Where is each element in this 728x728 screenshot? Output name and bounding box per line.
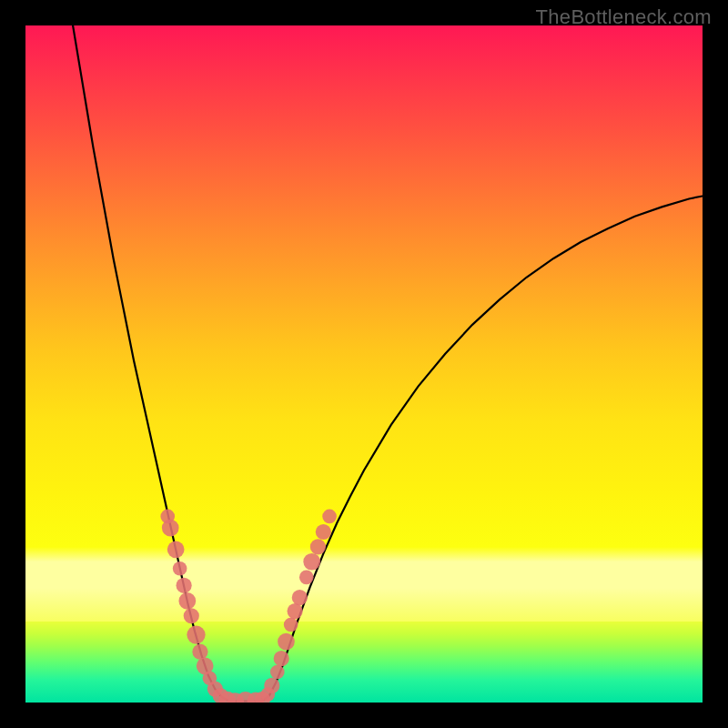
data-dot [173, 561, 187, 576]
data-dot [299, 571, 314, 585]
plot-area [25, 25, 703, 703]
bottleneck-curve [73, 25, 703, 702]
data-dot [162, 520, 179, 537]
data-dot [192, 644, 207, 660]
data-dot [274, 651, 289, 666]
data-dot [177, 578, 192, 593]
data-dots [160, 510, 336, 703]
data-dot [284, 618, 298, 632]
data-dot [178, 592, 196, 610]
data-dot [292, 590, 308, 605]
chart-frame: TheBottleneck.com [0, 0, 728, 728]
data-dot [310, 539, 326, 554]
data-dot [288, 603, 303, 619]
data-dot [322, 510, 337, 524]
data-dot [303, 553, 320, 571]
data-dot [264, 678, 279, 693]
data-dot [184, 608, 199, 623]
data-dot [316, 524, 331, 540]
data-dot [278, 633, 295, 651]
curve-svg [25, 25, 703, 703]
data-dot [187, 625, 205, 643]
data-dot [167, 541, 185, 558]
data-dot [270, 665, 285, 680]
